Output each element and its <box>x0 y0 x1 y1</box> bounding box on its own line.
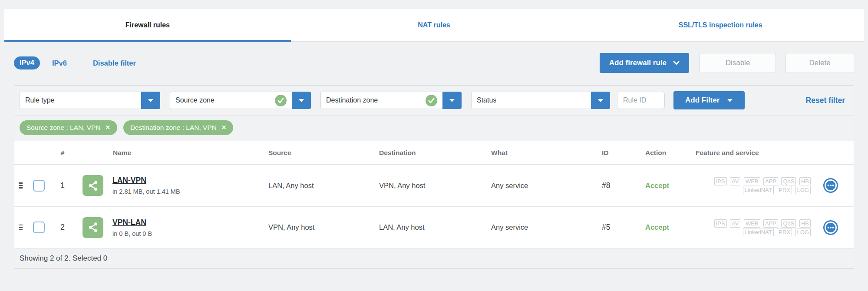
app-badge: APP <box>763 177 778 185</box>
rule-destination: LAN, Any host <box>378 223 490 231</box>
feature-badges: IPS AV WEB APP QoS HB LinkedNAT PRX LOG <box>701 177 811 194</box>
rule-id-input[interactable] <box>617 92 665 109</box>
rule-name-cell: LAN-VPN in 2.81 MB, out 1.41 MB <box>75 175 267 196</box>
web-badge: WEB <box>744 177 760 185</box>
status-label: Status <box>477 96 586 104</box>
rule-name-block: VPN-LAN in 0 B, out 0 B <box>112 218 152 237</box>
ips-badge: IPS <box>714 219 727 228</box>
disable-filter-link[interactable]: Disable filter <box>93 59 136 67</box>
qos-badge: QoS <box>781 177 796 185</box>
badge-line-1: IPS AV WEB APP QoS HB <box>701 219 811 228</box>
source-zone-field[interactable]: Source zone <box>170 92 292 109</box>
chevron-down-icon <box>449 96 455 104</box>
destination-zone-dropdown-button[interactable] <box>442 92 462 109</box>
header-destination: Destination <box>378 149 490 157</box>
ipv4-toggle[interactable]: IPv4 <box>14 56 40 69</box>
add-firewall-rule-label: Add firewall rule <box>609 59 667 67</box>
add-firewall-rule-button[interactable]: Add firewall rule <box>600 53 689 73</box>
filter-chip-destination-zone[interactable]: Destination zone : LAN, VPN ✕ <box>123 120 233 135</box>
table-row: 2 VPN-LAN in 0 B, out 0 B VPN, Any host … <box>14 206 854 248</box>
log-badge: LOG <box>795 228 811 236</box>
filter-chip-label: Source zone : LAN, VPN <box>26 124 101 132</box>
rule-type-dropdown-button[interactable] <box>141 92 160 109</box>
av-badge: AV <box>730 219 740 228</box>
chevron-down-icon <box>597 96 604 104</box>
tab-ssl-tls-inspection-rules[interactable]: SSL/TLS inspection rules <box>577 9 864 41</box>
ellipsis-menu-icon[interactable] <box>823 178 838 193</box>
row-checkbox-cell <box>27 180 50 192</box>
rule-name-link[interactable]: LAN-VPN <box>112 176 180 185</box>
tab-bar: Firewall rules NAT rules SSL/TLS inspect… <box>4 9 864 42</box>
ipv6-toggle[interactable]: IPv6 <box>52 59 67 67</box>
add-filter-button[interactable]: Add Filter <box>673 91 745 109</box>
rule-source: VPN, Any host <box>267 223 378 231</box>
drag-handle-icon[interactable] <box>14 181 27 190</box>
rule-type-dropdown[interactable]: Rule type <box>20 92 160 109</box>
toolbar: IPv4 IPv6 Disable filter Add firewall ru… <box>14 53 854 73</box>
tab-label: NAT rules <box>418 21 450 29</box>
prx-badge: PRX <box>777 228 792 236</box>
row-number: 1 <box>50 181 75 190</box>
chevron-down-icon <box>727 96 733 105</box>
status-dropdown-button[interactable] <box>591 92 610 109</box>
destination-zone-field[interactable]: Destination zone <box>320 92 442 109</box>
share-icon[interactable] <box>83 175 103 196</box>
destination-zone-label: Destination zone <box>326 96 422 104</box>
row-checkbox[interactable] <box>33 180 45 192</box>
table-row: 1 LAN-VPN in 2.81 MB, out 1.41 MB LAN, A… <box>14 165 854 206</box>
rule-name-block: LAN-VPN in 2.81 MB, out 1.41 MB <box>112 176 180 195</box>
log-badge: LOG <box>795 186 811 194</box>
drag-handle-icon[interactable] <box>14 223 27 232</box>
feature-badges: IPS AV WEB APP QoS HB LinkedNAT PRX LOG <box>701 219 811 236</box>
table-header: # Name Source Destination What ID Action… <box>14 141 854 165</box>
web-badge: WEB <box>744 219 760 228</box>
add-filter-label: Add Filter <box>685 96 719 105</box>
header-action: Action <box>644 149 695 157</box>
app-badge: APP <box>763 219 778 228</box>
check-circle-icon <box>426 95 437 106</box>
close-icon[interactable]: ✕ <box>106 125 110 131</box>
source-zone-dropdown-button[interactable] <box>292 92 311 109</box>
disable-button[interactable]: Disable <box>700 53 776 73</box>
row-number: 2 <box>50 223 75 232</box>
status-dropdown[interactable]: Status <box>471 92 610 109</box>
rule-id: #5 <box>601 223 644 232</box>
header-id: ID <box>601 149 644 157</box>
rule-type-label: Rule type <box>25 96 136 104</box>
hb-badge: HB <box>799 219 811 228</box>
destination-zone-dropdown[interactable]: Destination zone <box>320 92 462 109</box>
rule-name-link[interactable]: VPN-LAN <box>112 218 152 227</box>
prx-badge: PRX <box>777 186 792 194</box>
tab-firewall-rules[interactable]: Firewall rules <box>4 9 291 41</box>
ellipsis-menu-icon[interactable] <box>823 220 838 235</box>
rule-traffic: in 0 B, out 0 B <box>112 230 152 237</box>
av-badge: AV <box>730 177 740 185</box>
status-field[interactable]: Status <box>471 92 591 109</box>
filter-bar: Rule type Source zone <box>14 86 854 116</box>
rule-what: Any service <box>490 182 601 190</box>
filter-chip-label: Destination zone : LAN, VPN <box>130 124 217 132</box>
rule-traffic: in 2.81 MB, out 1.41 MB <box>112 188 180 195</box>
reset-filter-link[interactable]: Reset filter <box>806 96 845 105</box>
badge-line-2: LinkedNAT PRX LOG <box>701 228 811 236</box>
source-zone-dropdown[interactable]: Source zone <box>170 92 311 109</box>
share-icon[interactable] <box>83 217 103 238</box>
tab-nat-rules[interactable]: NAT rules <box>291 9 578 41</box>
rule-action: Accept <box>644 182 695 190</box>
hb-badge: HB <box>799 177 811 185</box>
qos-badge: QoS <box>781 219 796 228</box>
tab-label: Firewall rules <box>125 21 170 29</box>
linkednat-badge: LinkedNAT <box>743 228 774 236</box>
close-icon[interactable]: ✕ <box>221 125 226 131</box>
active-filter-chips: Source zone : LAN, VPN ✕ Destination zon… <box>14 116 854 141</box>
header-number: # <box>50 149 75 157</box>
rule-type-field[interactable]: Rule type <box>20 92 141 109</box>
badge-line-2: LinkedNAT PRX LOG <box>701 185 811 194</box>
tab-label: SSL/TLS inspection rules <box>679 21 762 29</box>
feature-and-service-cell: IPS AV WEB APP QoS HB LinkedNAT PRX LOG <box>695 177 854 194</box>
ips-badge: IPS <box>714 177 727 185</box>
filter-chip-source-zone[interactable]: Source zone : LAN, VPN ✕ <box>20 120 117 135</box>
delete-button[interactable]: Delete <box>785 53 854 73</box>
check-circle-icon <box>275 95 287 106</box>
row-checkbox[interactable] <box>33 222 45 233</box>
